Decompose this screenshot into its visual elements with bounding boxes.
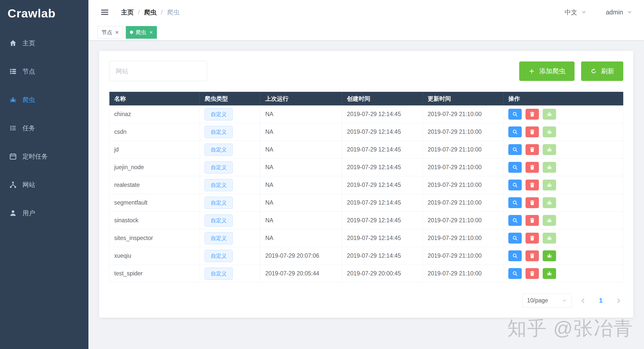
cell-spider-type: 自定义	[200, 123, 260, 141]
view-spider-button[interactable]	[508, 268, 522, 279]
nodes-icon	[9, 68, 17, 75]
sidebar-toggle-button[interactable]	[100, 8, 109, 17]
delete-spider-button[interactable]	[526, 250, 539, 261]
next-page-button[interactable]	[614, 296, 623, 306]
view-spider-button[interactable]	[508, 197, 522, 208]
spider-icon	[9, 96, 17, 104]
sidebar-item-spider[interactable]: 爬虫	[0, 85, 88, 114]
table-row: csdn自定义NA2019-07-29 12:14:452019-07-29 2…	[109, 123, 623, 141]
run-spider-button[interactable]	[543, 144, 556, 155]
tags-view-tab[interactable]: 节点×	[98, 26, 123, 39]
breadcrumb-separator: /	[138, 9, 140, 16]
view-spider-button[interactable]	[508, 162, 522, 173]
trash-icon	[529, 235, 535, 241]
sidebar-item-schedule[interactable]: 定时任务	[0, 142, 88, 170]
cell-create-time: 2019-07-29 20:00:45	[342, 265, 423, 282]
close-icon[interactable]: ×	[115, 29, 119, 35]
chevron-down-icon	[562, 298, 567, 303]
toolbar-actions: 添加爬虫 刷新	[519, 61, 623, 81]
run-spider-button[interactable]	[543, 180, 556, 190]
user-icon	[9, 209, 17, 217]
trash-icon	[529, 253, 535, 259]
column-header: 创建时间	[342, 92, 423, 105]
view-spider-button[interactable]	[508, 144, 522, 155]
sidebar-item-nodes[interactable]: 节点	[0, 57, 88, 85]
delete-spider-button[interactable]	[526, 197, 539, 208]
view-spider-button[interactable]	[508, 109, 522, 120]
run-spider-button[interactable]	[543, 215, 556, 226]
column-header: 爬虫类型	[200, 92, 260, 105]
delete-spider-button[interactable]	[526, 233, 539, 244]
breadcrumb-item[interactable]: 主页	[121, 8, 134, 16]
sidebar-item-home[interactable]: 主页	[0, 29, 88, 57]
run-spider-button[interactable]	[543, 162, 556, 173]
cell-last-run: NA	[260, 229, 342, 247]
trash-icon	[529, 111, 535, 117]
cell-create-time: 2019-07-29 12:14:45	[342, 123, 423, 141]
chevron-down-icon	[581, 9, 587, 15]
sidebar-item-tasks[interactable]: 任务	[0, 114, 88, 142]
sidebar-item-sites[interactable]: 网站	[0, 170, 88, 199]
run-spider-button[interactable]	[543, 233, 556, 244]
search-icon	[512, 217, 518, 224]
refresh-button[interactable]: 刷新	[581, 61, 623, 81]
cell-actions	[504, 105, 623, 123]
view-spider-button[interactable]	[508, 180, 522, 190]
breadcrumb-item[interactable]: 爬虫	[144, 8, 157, 16]
add-spider-button[interactable]: 添加爬虫	[519, 61, 575, 81]
page-size-select[interactable]: 10/page	[522, 294, 572, 308]
cell-update-time: 2019-07-29 21:10:00	[423, 176, 503, 194]
user-menu[interactable]: admin	[606, 9, 632, 16]
username-label: admin	[606, 9, 623, 16]
run-spider-button[interactable]	[543, 197, 556, 208]
sidebar-item-label: 任务	[22, 124, 35, 132]
trash-icon	[529, 146, 535, 153]
run-spider-button[interactable]	[543, 250, 556, 261]
tab-label: 节点	[102, 29, 112, 36]
cell-spider-type: 自定义	[200, 194, 260, 212]
delete-spider-button[interactable]	[526, 126, 539, 137]
tags-view: 节点×爬虫×	[88, 24, 644, 40]
run-spider-button[interactable]	[543, 109, 556, 120]
cell-update-time: 2019-07-29 21:10:00	[423, 229, 503, 247]
delete-spider-button[interactable]	[526, 180, 539, 190]
sidebar-item-label: 节点	[22, 67, 35, 76]
cell-spider-name: juejin_node	[109, 159, 200, 176]
close-icon[interactable]: ×	[149, 29, 153, 35]
language-selector[interactable]: 中文	[565, 8, 587, 16]
run-spider-button[interactable]	[543, 126, 556, 137]
cell-spider-type: 自定义	[200, 141, 260, 159]
schedule-icon	[9, 152, 17, 160]
cell-update-time: 2019-07-29 21:10:00	[423, 194, 503, 212]
table-row: sites_inspector自定义NA2019-07-29 12:14:452…	[109, 229, 623, 247]
delete-spider-button[interactable]	[526, 109, 539, 120]
search-input[interactable]	[109, 61, 207, 81]
delete-spider-button[interactable]	[526, 268, 539, 279]
cell-last-run: 2019-07-29 20:05:44	[260, 265, 342, 282]
view-spider-button[interactable]	[508, 233, 522, 244]
app-root: Crawlab 主页节点爬虫任务定时任务网站用户 主页/爬虫/爬虫 中文 adm…	[0, 0, 644, 349]
run-spider-button[interactable]	[543, 268, 556, 279]
cell-last-run: NA	[260, 123, 342, 141]
sidebar-item-label: 爬虫	[22, 96, 35, 104]
table-row: segmentfault自定义NA2019-07-29 12:14:452019…	[109, 194, 623, 212]
spider-type-badge: 自定义	[205, 161, 233, 173]
spider-type-badge: 自定义	[205, 144, 233, 156]
delete-spider-button[interactable]	[526, 215, 539, 226]
sidebar-item-user[interactable]: 用户	[0, 199, 88, 227]
delete-spider-button[interactable]	[526, 144, 539, 155]
cell-spider-name: test_spider	[109, 265, 200, 282]
top-header: 主页/爬虫/爬虫 中文 admin	[88, 0, 644, 24]
table-row: sinastock自定义NA2019-07-29 12:14:452019-07…	[109, 212, 623, 229]
page-number[interactable]: 1	[594, 296, 607, 305]
cell-spider-type: 自定义	[200, 265, 260, 282]
view-spider-button[interactable]	[508, 250, 522, 261]
prev-page-button[interactable]	[578, 296, 588, 306]
view-spider-button[interactable]	[508, 215, 522, 226]
delete-spider-button[interactable]	[526, 162, 539, 173]
breadcrumb-item: 爬虫	[167, 8, 180, 16]
tags-view-tab[interactable]: 爬虫×	[126, 26, 157, 39]
cell-last-run: NA	[260, 212, 342, 229]
cell-spider-type: 自定义	[200, 159, 260, 176]
view-spider-button[interactable]	[508, 126, 522, 137]
